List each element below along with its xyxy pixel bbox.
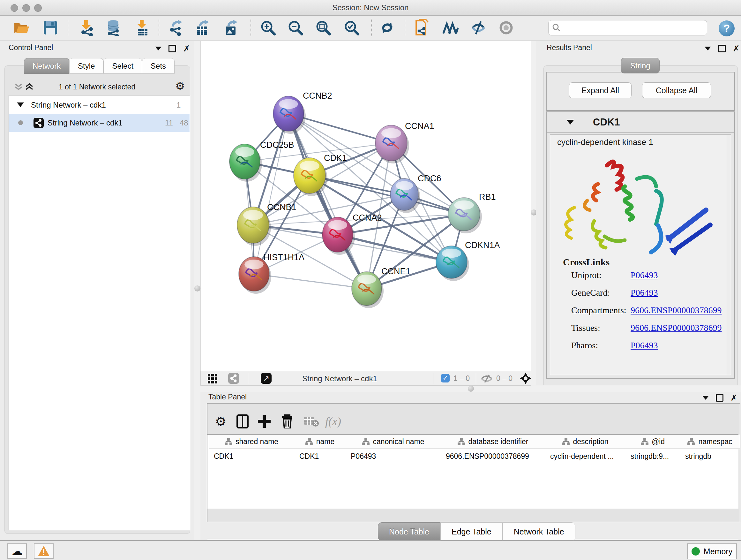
tab-edge-table[interactable]: Edge Table (441, 522, 502, 541)
expand-all-button[interactable]: Expand All (569, 82, 631, 98)
column-header-shared-name[interactable]: shared name (209, 435, 294, 449)
float-panel-icon[interactable] (155, 47, 161, 51)
export-image-button[interactable] (223, 19, 239, 36)
grid-view-icon[interactable] (208, 374, 217, 383)
network-edge[interactable] (288, 114, 367, 289)
save-session-button[interactable] (42, 19, 59, 36)
function-builder-icon[interactable]: f(x) (325, 413, 341, 430)
import-table-from-file-button[interactable] (134, 19, 151, 36)
birds-eye-view-icon[interactable] (520, 373, 531, 384)
network-node-CCNE1[interactable]: CCNE1 (352, 266, 411, 308)
table-type-tabs: Node TableEdge TableNetwork Table (378, 522, 576, 541)
tab-sets[interactable]: Sets (142, 58, 175, 74)
collapse-card-icon[interactable] (566, 120, 574, 125)
create-column-icon[interactable] (256, 413, 273, 430)
network-edge-count: 48 (180, 118, 188, 127)
table-cell[interactable]: stringdb:9... (625, 449, 680, 463)
network-options-gear-icon[interactable]: ⚙ (175, 79, 185, 92)
card-header[interactable]: CDK1 (547, 112, 734, 133)
table-cell[interactable]: cyclin-dependent ... (545, 449, 625, 463)
delete-column-icon[interactable] (279, 413, 295, 430)
hidden-items-icon[interactable] (480, 374, 493, 383)
crosslink-link[interactable]: 9606.ENSP00000378699 (630, 305, 722, 315)
import-network-from-database-button[interactable] (105, 19, 122, 36)
crosslink-link[interactable]: P06493 (630, 270, 658, 280)
close-panel-icon[interactable]: ✗ (731, 395, 738, 401)
network-node-CCNB2[interactable]: CCNB2 (273, 91, 332, 134)
splitter-handle[interactable] (194, 286, 200, 292)
table-cell[interactable]: 9606.ENSP00000378699 (441, 449, 545, 463)
memory-button[interactable]: Memory (687, 543, 737, 559)
first-neighbors-button[interactable] (442, 19, 459, 36)
clone-network-button[interactable] (414, 19, 430, 36)
show-columns-icon[interactable] (234, 413, 251, 430)
table-cell[interactable]: CDK1 (209, 449, 294, 463)
table-cell[interactable]: stringdb (680, 449, 740, 463)
tab-string[interactable]: String (621, 58, 660, 73)
column-header-namespac[interactable]: namespac (680, 435, 740, 449)
crosslink-link[interactable]: P06493 (630, 340, 658, 351)
tab-select[interactable]: Select (104, 58, 142, 74)
warnings-button[interactable] (34, 543, 54, 559)
selected-items-checkbox-icon[interactable]: ✓ (441, 374, 450, 382)
table-cell[interactable]: P06493 (346, 449, 441, 463)
collapse-all-button[interactable]: Collapse All (642, 82, 711, 98)
export-table-button[interactable] (194, 19, 211, 36)
table-cell[interactable]: CDK1 (294, 449, 346, 463)
zoom-out-button[interactable] (287, 19, 304, 36)
detach-view-icon[interactable]: ↗ (261, 373, 272, 384)
node-label: HIST1H1A (263, 253, 305, 262)
export-network-button[interactable] (167, 19, 184, 36)
network-row[interactable]: String Network – cdk1 11 48 (9, 114, 190, 132)
network-collection-row[interactable]: String Network – cdk1 1 (9, 96, 190, 114)
network-node-HIST1H1A[interactable]: HIST1H1A (239, 253, 305, 294)
network-node-RB1[interactable]: RB1 (448, 192, 496, 233)
apply-preferred-layout-button[interactable] (379, 19, 395, 36)
zoom-in-button[interactable] (260, 19, 276, 36)
column-header-description[interactable]: description (545, 435, 626, 449)
zoom-fit-content-button[interactable] (315, 19, 332, 36)
column-header-@id[interactable]: @id (625, 435, 680, 449)
cloud-status-button[interactable]: ☁ (7, 543, 27, 559)
column-header-canonical-name[interactable]: canonical name (346, 435, 441, 449)
network-canvas[interactable]: CCNB2CCNA1CDC25BCDK1CDC6RB1CCNB1CCNA2CDK… (200, 41, 531, 372)
help-button[interactable]: ? (719, 20, 735, 37)
tab-node-table[interactable]: Node Table (378, 522, 441, 541)
crosslink-link[interactable]: P06493 (630, 288, 658, 298)
import-network-from-file-button[interactable] (78, 19, 95, 36)
column-header-name[interactable]: name (294, 435, 346, 449)
network-edge[interactable] (254, 114, 288, 274)
table-options-gear-icon[interactable]: ⚙ (212, 413, 229, 430)
search-input[interactable] (548, 20, 707, 36)
card-scrollbar[interactable] (727, 135, 731, 375)
tab-style[interactable]: Style (69, 58, 104, 74)
open-session-button[interactable] (13, 19, 30, 36)
maximize-panel-icon[interactable] (169, 45, 176, 52)
column-header-database-identifier[interactable]: database identifier (441, 435, 545, 449)
maximize-panel-icon[interactable] (716, 394, 724, 401)
horizontal-splitter[interactable] (200, 385, 741, 393)
network-node-CCNA1[interactable]: CCNA1 (375, 121, 434, 164)
maximize-panel-icon[interactable] (718, 45, 726, 52)
zoom-out-icon (287, 20, 304, 36)
show-eye-icon (498, 20, 514, 36)
close-panel-icon[interactable]: ✗ (183, 46, 190, 51)
show-all-button[interactable] (498, 19, 515, 36)
float-panel-icon[interactable] (704, 47, 711, 51)
left-splitter[interactable] (194, 41, 201, 540)
network-node-CCNB1[interactable]: CCNB1 (237, 202, 296, 246)
tab-network-table[interactable]: Network Table (502, 522, 576, 541)
network-node-CDKN1A[interactable]: CDKN1A (436, 240, 500, 281)
float-panel-icon[interactable] (702, 396, 709, 400)
zoom-selected-button[interactable] (343, 19, 360, 36)
column-header-label: shared name (235, 437, 278, 446)
collection-expander-icon[interactable] (17, 103, 24, 107)
tab-network[interactable]: Network (24, 58, 69, 74)
node-table[interactable]: shared namenamecanonical namedatabase id… (207, 434, 738, 509)
delete-table-icon[interactable] (303, 413, 320, 430)
splitter-handle[interactable] (468, 386, 474, 392)
crosslink-link[interactable]: 9606.ENSP00000378699 (630, 323, 722, 333)
network-overview-icon[interactable] (228, 373, 239, 384)
hide-selected-button[interactable] (470, 19, 487, 36)
close-panel-icon[interactable]: ✗ (733, 46, 740, 51)
